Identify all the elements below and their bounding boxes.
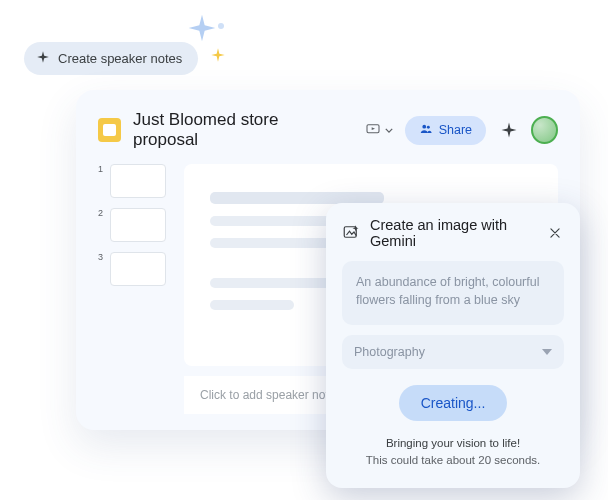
image-prompt-input[interactable]: An abundance of bright, colourful flower…: [342, 261, 564, 325]
user-avatar[interactable]: [531, 116, 558, 144]
style-value: Photography: [354, 345, 425, 359]
sparkle-icon-yellow: [210, 47, 226, 63]
thumbnail-row[interactable]: 1: [98, 164, 168, 198]
svg-point-2: [427, 125, 430, 128]
sparkle-icon-large: [186, 12, 218, 44]
slide-thumbnail[interactable]: [110, 164, 166, 198]
image-prompt-text: An abundance of bright, colourful flower…: [356, 275, 539, 307]
gemini-sparkle-icon[interactable]: [498, 119, 519, 141]
sparkle-icon: [36, 50, 50, 67]
present-button[interactable]: [363, 119, 393, 141]
slide-thumbnail[interactable]: [110, 252, 166, 286]
panel-header: Create an image with Gemini: [342, 217, 564, 249]
close-button[interactable]: [546, 222, 564, 244]
placeholder-line: [210, 300, 294, 310]
titlebar: Just Bloomed store proposal Share: [98, 110, 558, 150]
slides-app-icon: [98, 118, 121, 142]
svg-point-1: [422, 124, 426, 128]
gemini-create-image-panel: Create an image with Gemini An abundance…: [326, 203, 580, 488]
thumbnail-row[interactable]: 2: [98, 208, 168, 242]
image-style-select[interactable]: Photography: [342, 335, 564, 369]
people-icon: [419, 122, 433, 139]
creating-label: Creating...: [421, 395, 486, 411]
thumb-number: 1: [98, 164, 104, 174]
thumb-number: 2: [98, 208, 104, 218]
slide-thumbnails: 1 2 3: [98, 164, 168, 366]
share-label: Share: [439, 123, 472, 137]
chip-label: Create speaker notes: [58, 51, 182, 66]
slide-thumbnail[interactable]: [110, 208, 166, 242]
thumbnail-row[interactable]: 3: [98, 252, 168, 286]
speaker-notes-placeholder: Click to add speaker notes: [200, 388, 341, 402]
status-line-1: Bringing your vision to life!: [342, 435, 564, 452]
chevron-down-icon: [542, 349, 552, 355]
creating-button[interactable]: Creating...: [399, 385, 508, 421]
sparkle-dot-icon: [218, 23, 224, 29]
share-button[interactable]: Share: [405, 116, 486, 145]
create-speaker-notes-chip[interactable]: Create speaker notes: [24, 42, 198, 75]
document-title[interactable]: Just Bloomed store proposal: [133, 110, 339, 150]
gemini-status: Bringing your vision to life! This could…: [342, 435, 564, 470]
panel-title: Create an image with Gemini: [370, 217, 526, 249]
image-sparkle-icon: [342, 223, 360, 244]
thumb-number: 3: [98, 252, 104, 262]
status-line-2: This could take about 20 seconds.: [342, 452, 564, 469]
